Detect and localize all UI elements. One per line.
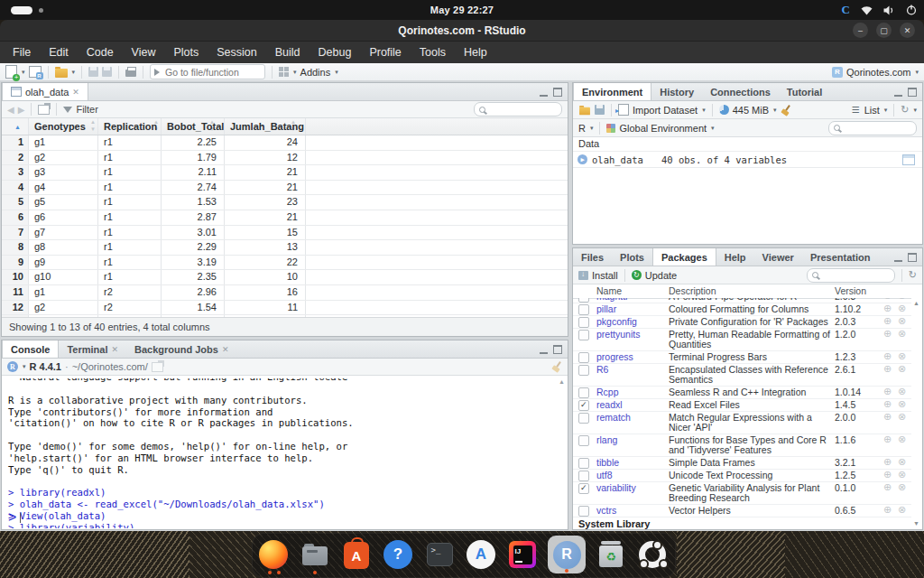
dock-intellij-icon[interactable]: IJ bbox=[506, 538, 539, 571]
package-link[interactable]: pillar bbox=[596, 304, 616, 314]
memory-usage[interactable]: 445 MiB bbox=[733, 105, 769, 116]
package-remove-icon[interactable]: ⊗ bbox=[898, 364, 906, 374]
package-link[interactable]: tibble bbox=[596, 458, 619, 468]
save-workspace-icon[interactable] bbox=[595, 105, 605, 115]
package-remove-icon[interactable]: ⊗ bbox=[898, 329, 906, 339]
package-remove-icon[interactable]: ⊗ bbox=[898, 399, 906, 409]
package-link[interactable]: readxl bbox=[596, 400, 623, 410]
package-website-icon[interactable]: ⊕ bbox=[883, 412, 892, 422]
package-remove-icon[interactable]: ⊗ bbox=[898, 303, 906, 313]
package-website-icon[interactable]: ⊕ bbox=[883, 434, 892, 444]
package-checkbox[interactable] bbox=[578, 506, 589, 517]
table-row[interactable]: 9 g9 r1 3.19 22 bbox=[2, 256, 568, 271]
tab-background-jobs[interactable]: Background Jobs✕ bbox=[126, 340, 236, 358]
view-data-icon[interactable] bbox=[902, 154, 915, 165]
package-remove-icon[interactable]: ⊗ bbox=[898, 470, 906, 480]
tab-close-icon[interactable]: ✕ bbox=[72, 88, 79, 97]
window-titlebar[interactable]: Qorinotes.com - RStudio – ▢ ✕ bbox=[0, 20, 924, 42]
tab-close-icon[interactable]: ✕ bbox=[222, 345, 229, 354]
package-website-icon[interactable]: ⊕ bbox=[883, 482, 892, 492]
package-remove-icon[interactable]: ⊗ bbox=[898, 316, 906, 326]
open-file-dropdown[interactable]: ▾ bbox=[72, 69, 76, 76]
refresh-icon[interactable]: ↻ bbox=[909, 270, 917, 280]
col-header-jumlah-batang[interactable]: ▲▼Jumlah_Batang bbox=[225, 118, 306, 135]
maximize-pane-icon[interactable] bbox=[908, 88, 917, 97]
table-row[interactable]: 11 g1 r2 2.96 16 bbox=[2, 285, 568, 301]
tab-olah-data[interactable]: olah_data ✕ bbox=[2, 83, 88, 100]
package-website-icon[interactable]: ⊕ bbox=[883, 399, 892, 409]
menu-item[interactable]: Profile bbox=[360, 42, 410, 63]
system-indicators[interactable]: C bbox=[842, 0, 917, 20]
package-checkbox[interactable] bbox=[578, 352, 589, 363]
environment-object-row[interactable]: ▶ olah_data 40 obs. of 4 variables bbox=[573, 152, 922, 168]
maximize-pane-icon[interactable] bbox=[908, 253, 917, 262]
package-website-icon[interactable]: ⊕ bbox=[883, 298, 892, 301]
package-website-icon[interactable]: ⊕ bbox=[883, 364, 892, 374]
package-checkbox[interactable] bbox=[578, 483, 589, 494]
table-row[interactable]: 1 g1 r1 2.25 24 bbox=[2, 135, 568, 151]
package-link[interactable]: R6 bbox=[596, 365, 608, 375]
tab-plots[interactable]: Plots bbox=[612, 248, 652, 266]
package-checkbox[interactable] bbox=[578, 471, 589, 481]
filter-label[interactable]: Filter bbox=[76, 104, 97, 115]
save-icon[interactable] bbox=[88, 67, 98, 77]
package-website-icon[interactable]: ⊕ bbox=[883, 387, 892, 396]
goto-file-box[interactable] bbox=[150, 64, 265, 79]
update-button[interactable]: Update bbox=[645, 270, 677, 281]
package-website-icon[interactable]: ⊕ bbox=[883, 316, 892, 326]
minimize-pane-icon[interactable] bbox=[540, 345, 548, 354]
dock-show-apps-icon[interactable] bbox=[636, 538, 669, 571]
menu-item[interactable]: Edit bbox=[40, 42, 78, 63]
menu-item[interactable]: File bbox=[4, 42, 40, 63]
load-workspace-icon[interactable] bbox=[579, 107, 590, 115]
col-header-replication[interactable]: ▲▼Replication bbox=[98, 118, 162, 135]
col-header-bobot-total[interactable]: ▲▼Bobot_Total bbox=[162, 118, 225, 135]
scroll-down-icon[interactable]: ▼ bbox=[912, 520, 920, 527]
import-dataset-button[interactable]: Import Dataset bbox=[633, 105, 698, 116]
package-checkbox[interactable] bbox=[578, 435, 589, 446]
save-all-icon[interactable] bbox=[102, 67, 112, 77]
r-version-dropdown[interactable]: ▾ bbox=[23, 363, 26, 370]
menu-item[interactable]: Plots bbox=[164, 42, 208, 63]
package-remove-icon[interactable]: ⊗ bbox=[898, 434, 906, 444]
package-checkbox[interactable] bbox=[578, 458, 589, 469]
tab-help[interactable]: Help bbox=[716, 248, 754, 266]
dock-files-icon[interactable] bbox=[299, 538, 331, 571]
package-checkbox[interactable] bbox=[578, 304, 589, 315]
package-link[interactable]: rematch bbox=[596, 413, 631, 423]
maximize-button[interactable]: ▢ bbox=[876, 23, 892, 38]
package-link[interactable]: Rcpp bbox=[596, 387, 619, 397]
popout-window-icon[interactable] bbox=[38, 105, 50, 115]
tab-close-icon[interactable]: ✕ bbox=[111, 345, 118, 354]
back-icon[interactable]: ◀ bbox=[7, 105, 14, 115]
dock-firefox-icon[interactable] bbox=[257, 538, 290, 571]
tab-history[interactable]: History bbox=[651, 83, 702, 100]
menu-item[interactable]: Session bbox=[208, 42, 265, 63]
minimize-pane-icon[interactable] bbox=[894, 88, 902, 97]
new-file-dropdown[interactable]: ▾ bbox=[22, 69, 25, 76]
menu-item[interactable]: Build bbox=[266, 42, 310, 63]
scroll-up-icon[interactable]: ▲ bbox=[912, 300, 920, 306]
table-row[interactable]: 5 g5 r1 1.53 23 bbox=[2, 195, 568, 210]
package-link[interactable]: pkgconfig bbox=[596, 317, 637, 327]
table-row[interactable]: 12 g2 r2 1.54 11 bbox=[2, 301, 568, 316]
table-row[interactable]: 4 g4 r1 2.74 21 bbox=[2, 181, 568, 196]
menu-item[interactable]: Help bbox=[455, 42, 496, 63]
table-row[interactable]: 8 g8 r1 2.29 13 bbox=[2, 240, 568, 256]
clock[interactable]: May 29 22:27 bbox=[0, 5, 924, 15]
package-remove-icon[interactable]: ⊗ bbox=[898, 387, 906, 396]
addins-label[interactable]: Addins bbox=[300, 67, 331, 78]
package-remove-icon[interactable]: ⊗ bbox=[898, 351, 906, 361]
minimize-pane-icon[interactable] bbox=[540, 88, 548, 97]
dock-help-icon[interactable]: ? bbox=[382, 538, 414, 571]
package-link[interactable]: prettyunits bbox=[596, 330, 640, 340]
environment-selector[interactable]: Global Environment bbox=[619, 123, 707, 134]
package-remove-icon[interactable]: ⊗ bbox=[898, 482, 906, 492]
minimize-button[interactable]: – bbox=[853, 23, 868, 38]
menu-item[interactable]: Tools bbox=[411, 42, 455, 63]
r-logo-icon[interactable]: R bbox=[7, 361, 18, 372]
console-output[interactable]: Natural language support but running in … bbox=[2, 376, 568, 528]
package-remove-icon[interactable]: ⊗ bbox=[898, 457, 906, 467]
clear-objects-icon[interactable] bbox=[781, 105, 791, 116]
menu-item[interactable]: Debug bbox=[310, 42, 361, 63]
